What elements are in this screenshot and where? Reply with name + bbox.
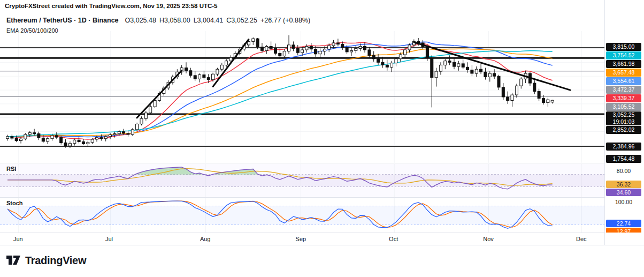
price-level-badge[interactable]: 3,657.48 bbox=[606, 69, 641, 77]
close-value: 3,052.25 bbox=[231, 17, 257, 24]
ohlc-values: O3,025.48H3,058.00L3,004.41C3,052.25 bbox=[122, 17, 257, 24]
low-label: L bbox=[194, 17, 197, 24]
rsi-scale-tick: 80.00 bbox=[605, 168, 642, 174]
high-label: H bbox=[159, 17, 164, 24]
footer-brand: TradingView bbox=[5, 253, 86, 267]
price-level-badge[interactable]: 3,339.37 bbox=[606, 94, 641, 102]
symbol-info-bar: Ethereum / TetherUS · 1D · BinanceO3,025… bbox=[6, 17, 310, 24]
month-label[interactable]: Nov bbox=[483, 236, 494, 242]
change-value: +26.77 (+0.88%) bbox=[260, 17, 310, 24]
rsi-value-badge[interactable]: 34.60 bbox=[606, 189, 641, 196]
stoch-k-badge[interactable]: 22.74 bbox=[606, 220, 641, 227]
price-level-badge[interactable]: 1,754.48 bbox=[606, 155, 641, 163]
attribution-text: CryptoFXStreet created with TradingView.… bbox=[5, 3, 218, 9]
stoch-d-badge[interactable]: 12.97 bbox=[606, 228, 641, 233]
rsi-scale-labels[interactable]: 80.0036.3234.60 bbox=[605, 164, 644, 197]
price-level-badge[interactable]: 3,815.00 bbox=[606, 43, 641, 51]
high-value: 3,058.00 bbox=[164, 17, 190, 24]
symbol-title[interactable]: Ethereum / TetherUS · 1D · Binance bbox=[6, 17, 119, 24]
open-label: O bbox=[125, 17, 131, 24]
month-label[interactable]: Oct bbox=[389, 236, 398, 242]
ema-line bbox=[7, 51, 553, 137]
month-label[interactable]: Aug bbox=[200, 236, 211, 242]
price-level-badge[interactable]: 2,384.96 bbox=[606, 143, 641, 151]
tradingview-chart-window: CryptoFXStreet created with TradingView.… bbox=[0, 0, 644, 277]
stoch-scale-labels[interactable]: 100.0022.7412.97 bbox=[605, 198, 644, 233]
price-level-badge[interactable]: 3,661.98 bbox=[606, 60, 641, 68]
brand-name: TradingView bbox=[25, 254, 86, 267]
price-level-badge[interactable]: 3,105.52 bbox=[606, 103, 641, 111]
close-label: C bbox=[226, 17, 231, 24]
price-pane[interactable] bbox=[0, 31, 604, 163]
stoch-pane[interactable] bbox=[0, 198, 604, 233]
pane-divider[interactable] bbox=[0, 163, 644, 163]
price-scale-labels[interactable]: 3,815.003,754.523,661.983,657.483,554.61… bbox=[605, 31, 644, 163]
time-axis[interactable]: JunJulAugSepOctNovDec bbox=[0, 233, 604, 245]
price-level-badge[interactable]: 3,754.52 bbox=[606, 51, 641, 59]
stoch-scale-tick: 100.00 bbox=[605, 199, 642, 205]
month-label[interactable]: Dec bbox=[576, 236, 587, 242]
stoch-pane-label[interactable]: Stoch bbox=[6, 200, 23, 206]
rsi-pane[interactable] bbox=[0, 164, 604, 197]
rsi-pane-label[interactable]: RSI bbox=[6, 166, 16, 172]
price-level-badge[interactable]: 3,554.61 bbox=[606, 77, 641, 85]
low-value: 3,004.41 bbox=[197, 17, 224, 24]
month-label[interactable]: Jul bbox=[105, 236, 113, 242]
footer-divider bbox=[0, 245, 644, 245]
month-label[interactable]: Jun bbox=[13, 236, 23, 242]
rsi-ma-badge[interactable]: 36.32 bbox=[606, 181, 641, 188]
tradingview-logo-icon bbox=[5, 253, 21, 267]
last-price-badge[interactable]: 3,052.2519:01:03 bbox=[606, 111, 641, 125]
pane-divider[interactable] bbox=[0, 197, 644, 198]
month-label[interactable]: Sep bbox=[296, 236, 306, 242]
price-level-badge[interactable]: 3,472.37 bbox=[606, 86, 641, 94]
open-value: 3,025.48 bbox=[130, 17, 156, 24]
price-level-badge[interactable]: 2,852.02 bbox=[606, 126, 641, 134]
